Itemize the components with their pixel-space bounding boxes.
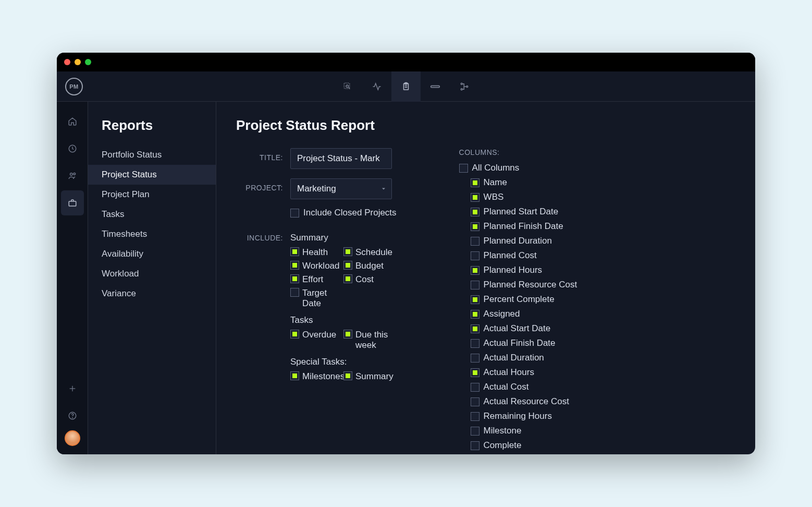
column-label: Actual Resource Cost — [484, 396, 569, 407]
summary-label: Schedule — [355, 247, 392, 258]
title-label: TITLE: — [236, 148, 283, 162]
column-label: Planned Finish Date — [484, 221, 563, 232]
special-checkbox-milestones[interactable] — [290, 371, 299, 380]
rail-briefcase-icon[interactable] — [61, 190, 84, 215]
rail-avatar[interactable] — [65, 430, 80, 446]
column-checkbox-wbs[interactable] — [471, 193, 479, 202]
summary-label: Target Date — [302, 288, 340, 309]
column-checkbox-planned-hours[interactable] — [471, 266, 479, 275]
sidebar-item-workload[interactable]: Workload — [88, 264, 216, 284]
column-checkbox-planned-cost[interactable] — [471, 251, 479, 260]
summary-checkbox-target-date[interactable] — [290, 288, 299, 297]
rail-clock-icon[interactable] — [61, 136, 84, 161]
all-columns-checkbox[interactable] — [459, 164, 468, 173]
sidebar-item-portfolio-status[interactable]: Portfolio Status — [88, 145, 216, 165]
special-label: Milestones — [302, 371, 345, 382]
summary-label: Cost — [355, 274, 374, 285]
topnav-link-icon[interactable] — [421, 71, 450, 102]
sidebar-item-variance[interactable]: Variance — [88, 284, 216, 304]
all-columns-label: All Columns — [472, 163, 520, 173]
column-checkbox-actual-start-date[interactable] — [471, 324, 479, 333]
column-checkbox-assigned[interactable] — [471, 310, 479, 319]
column-checkbox-planned-start-date[interactable] — [471, 208, 479, 216]
rail-help-icon[interactable] — [61, 403, 84, 428]
app-window: PM — [57, 53, 755, 454]
column-label: Planned Resource Cost — [484, 280, 577, 290]
svg-point-12 — [70, 173, 72, 176]
column-checkbox-complete[interactable] — [471, 441, 479, 450]
summary-checkbox-schedule[interactable] — [343, 247, 352, 256]
column-checkbox-remaining-hours[interactable] — [471, 412, 479, 421]
column-checkbox-actual-duration[interactable] — [471, 354, 479, 363]
column-checkbox-planned-resource-cost[interactable] — [471, 281, 479, 289]
include-closed-label: Include Closed Projects — [303, 208, 397, 218]
summary-label: Health — [302, 247, 328, 258]
rail-home-icon[interactable] — [61, 109, 84, 134]
summary-checkbox-health[interactable] — [290, 247, 299, 256]
window-zoom-icon[interactable] — [85, 59, 91, 65]
tasks-label: Overdue — [302, 330, 336, 340]
tasks-checkbox-due-this-week[interactable] — [343, 330, 352, 339]
column-checkbox-planned-finish-date[interactable] — [471, 222, 479, 231]
page-heading: Project Status Report — [236, 117, 735, 134]
svg-rect-14 — [69, 201, 76, 206]
topnav-hierarchy-icon[interactable] — [450, 71, 479, 102]
svg-point-13 — [73, 173, 75, 175]
svg-rect-7 — [431, 86, 440, 87]
project-label: PROJECT: — [236, 178, 283, 192]
column-label: Actual Start Date — [484, 323, 551, 334]
rail-people-icon[interactable] — [61, 163, 84, 188]
sidebar-item-availability[interactable]: Availability — [88, 244, 216, 264]
special-checkbox-summary[interactable] — [343, 371, 352, 380]
topnav-activity-icon[interactable] — [362, 71, 391, 102]
column-checkbox-actual-resource-cost[interactable] — [471, 397, 479, 406]
window-titlebar — [57, 53, 755, 71]
window-minimize-icon[interactable] — [75, 59, 81, 65]
column-label: WBS — [484, 192, 504, 202]
include-label: INCLUDE: — [236, 228, 283, 242]
topnav-clipboard-icon[interactable] — [391, 71, 421, 102]
svg-point-9 — [461, 88, 462, 90]
column-checkbox-actual-hours[interactable] — [471, 368, 479, 377]
title-input[interactable] — [290, 148, 392, 169]
rail-add-icon[interactable] — [61, 376, 84, 401]
include-closed-checkbox[interactable] — [290, 209, 299, 218]
column-checkbox-percent-complete[interactable] — [471, 295, 479, 304]
window-close-icon[interactable] — [64, 59, 70, 65]
main-content: Project Status Report TITLE: PROJECT: — [216, 102, 755, 454]
special-heading: Special Tasks: — [290, 357, 397, 367]
column-label: Actual Hours — [484, 367, 534, 378]
column-checkbox-planned-duration[interactable] — [471, 237, 479, 246]
project-select[interactable] — [290, 178, 392, 199]
column-checkbox-actual-cost[interactable] — [471, 383, 479, 392]
app-logo[interactable]: PM — [65, 78, 83, 95]
tasks-heading: Tasks — [290, 315, 397, 325]
sidebar-item-project-plan[interactable]: Project Plan — [88, 185, 216, 204]
special-label: Summary — [355, 371, 393, 382]
columns-label: COLUMNS: — [459, 148, 595, 156]
column-checkbox-actual-finish-date[interactable] — [471, 339, 479, 348]
column-label: Complete — [484, 440, 522, 451]
column-checkbox-name[interactable] — [471, 178, 479, 187]
column-checkbox-milestone[interactable] — [471, 427, 479, 436]
summary-checkbox-budget[interactable] — [343, 261, 352, 270]
tasks-label: Due this week — [355, 330, 393, 351]
column-label: Planned Hours — [484, 265, 542, 275]
sidebar-item-timesheets[interactable]: Timesheets — [88, 224, 216, 244]
summary-label: Workload — [302, 261, 340, 271]
sidebar-item-project-status[interactable]: Project Status — [88, 165, 216, 185]
column-label: Actual Duration — [484, 353, 544, 363]
topnav-search-icon[interactable] — [333, 71, 362, 102]
app-body: Reports Portfolio StatusProject StatusPr… — [57, 102, 755, 454]
tasks-checkbox-overdue[interactable] — [290, 330, 299, 339]
summary-checkbox-workload[interactable] — [290, 261, 299, 270]
reports-sidebar: Reports Portfolio StatusProject StatusPr… — [88, 102, 216, 454]
summary-checkbox-cost[interactable] — [343, 274, 352, 283]
top-bar: PM — [57, 71, 755, 102]
sidebar-item-tasks[interactable]: Tasks — [88, 204, 216, 224]
summary-checkbox-effort[interactable] — [290, 274, 299, 283]
report-settings-form: TITLE: PROJECT: — [236, 148, 397, 382]
svg-point-18 — [72, 417, 72, 418]
summary-label: Budget — [355, 261, 384, 271]
svg-point-1 — [346, 85, 349, 88]
